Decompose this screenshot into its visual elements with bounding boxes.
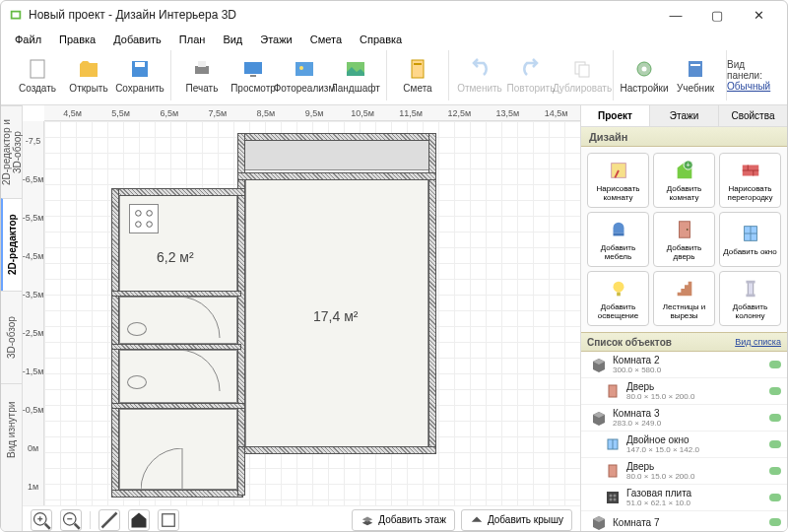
landscape-button[interactable]: Ландшафт (330, 52, 381, 100)
tutorial-button[interactable]: Учебник (670, 52, 721, 100)
list-item[interactable]: Комната 7 (581, 511, 787, 532)
list-item[interactable]: Двойное окно147.0 × 15.0 × 142.0 (581, 432, 787, 458)
svg-point-55 (614, 495, 617, 498)
canvas[interactable]: 4,5м5,5м6,5м7,5м8,5м9,5м10,5м11,5м12,5м1… (23, 105, 580, 532)
tab-2d-editor[interactable]: 2D-редактор (1, 198, 22, 291)
add-column-button[interactable]: Добавить колонну (719, 271, 781, 326)
create-button[interactable]: Создать (12, 52, 63, 100)
menu-help[interactable]: Справка (352, 32, 410, 47)
menu-edit[interactable]: Правка (51, 32, 103, 47)
object-dimensions: 80.0 × 15.0 × 200.0 (626, 392, 763, 401)
svg-text:+: + (686, 161, 690, 169)
object-dimensions: 80.0 × 15.0 × 200.0 (626, 472, 763, 481)
visibility-toggle[interactable] (769, 361, 781, 368)
duplicate-button[interactable]: Дублировать (557, 52, 608, 100)
settings-button[interactable]: Настройки (619, 52, 670, 100)
room-area-1: 6,2 м² (157, 249, 194, 265)
minimize-button[interactable]: ― (655, 1, 696, 29)
add-furniture-button[interactable]: Добавить мебель (587, 212, 649, 267)
list-item[interactable]: Газовая плита51.0 × 62.1 × 10.0 (581, 485, 787, 511)
window-icon (605, 436, 621, 452)
room-icon (591, 514, 607, 530)
menu-plan[interactable]: План (171, 32, 214, 47)
tab-project[interactable]: Проект (581, 105, 650, 126)
close-button[interactable]: ✕ (738, 1, 779, 29)
photorealism-button[interactable]: Фотореализм (279, 52, 330, 100)
monitor-icon (241, 57, 265, 81)
svg-rect-3 (195, 66, 209, 74)
tab-3d-view[interactable]: 3D-обзор (1, 291, 22, 383)
tab-2d-3d[interactable]: 2D-редактор и 3D-обзор (1, 105, 22, 198)
svg-rect-30 (163, 513, 175, 526)
add-window-button[interactable]: Добавить окно (719, 212, 781, 267)
viewpanel-mode-link[interactable]: Обычный (727, 81, 770, 92)
undo-button[interactable]: Отменить (454, 52, 505, 100)
maximize-button[interactable]: ▢ (696, 1, 738, 29)
preview-button[interactable]: Просмотр (228, 52, 279, 100)
list-item[interactable]: Дверь80.0 × 15.0 × 200.0 (581, 458, 787, 485)
undo-icon (468, 57, 492, 81)
svg-point-8 (299, 66, 303, 70)
list-item[interactable]: Дверь80.0 × 15.0 × 200.0 (581, 378, 787, 405)
ruler-top: 4,5м5,5м6,5м7,5м8,5м9,5м10,5м11,5м12,5м1… (44, 105, 580, 121)
floorplan[interactable]: 17,4 м² 6,2 м² (111, 133, 436, 496)
list-item[interactable]: Комната 3283.0 × 249.0 (581, 405, 787, 432)
tab-inside-view[interactable]: Вид изнутри (1, 383, 22, 476)
add-roof-button[interactable]: Добавить крышу (461, 509, 572, 531)
home-button[interactable] (128, 509, 150, 531)
zoom-in-button[interactable] (31, 509, 52, 531)
stairs-button[interactable]: Лестницы и вырезы (653, 271, 715, 326)
add-lighting-button[interactable]: Добавить освещение (587, 271, 649, 326)
menu-floors[interactable]: Этажи (252, 32, 299, 47)
zoom-out-button[interactable] (60, 509, 82, 531)
draw-partition-button[interactable]: Нарисовать перегородку (719, 153, 781, 208)
redo-button[interactable]: Повторить (505, 52, 557, 100)
visibility-toggle[interactable] (769, 440, 781, 448)
measure-button[interactable] (98, 509, 120, 531)
draw-room-icon (608, 160, 629, 181)
list-viewmode-link[interactable]: Вид списка (735, 337, 781, 347)
svg-rect-2 (135, 62, 145, 67)
list-item[interactable]: Комната 2300.0 × 580.0 (581, 352, 787, 378)
svg-rect-49 (609, 385, 617, 397)
add-floor-button[interactable]: Добавить этаж (352, 509, 455, 531)
viewport[interactable]: 17,4 м² 6,2 м² (44, 121, 580, 505)
bricks-icon (740, 160, 761, 181)
reset-view-button[interactable] (158, 509, 179, 531)
svg-rect-11 (414, 63, 422, 65)
visibility-toggle[interactable] (769, 518, 781, 526)
menu-file[interactable]: Файл (7, 32, 49, 47)
tab-floors[interactable]: Этажи (650, 105, 719, 126)
visibility-toggle[interactable] (769, 387, 781, 395)
folder-icon (77, 57, 100, 81)
menu-add[interactable]: Добавить (105, 32, 169, 47)
roof-icon (470, 513, 484, 527)
object-dimensions: 51.0 × 62.1 × 10.0 (626, 499, 763, 507)
svg-rect-53 (607, 492, 619, 503)
column-icon (740, 278, 761, 299)
visibility-toggle[interactable] (769, 494, 781, 501)
room-icon (591, 357, 607, 372)
menu-estimate[interactable]: Смета (302, 32, 350, 47)
add-room-button[interactable]: +Добавить комнату (653, 153, 715, 208)
door-arc-icon (178, 350, 226, 397)
stove-icon (129, 204, 159, 233)
print-button[interactable]: Печать (176, 52, 228, 100)
open-button[interactable]: Открыть (63, 52, 114, 100)
menu-view[interactable]: Вид (215, 32, 250, 47)
draw-room-button[interactable]: Нарисовать комнату (587, 153, 649, 208)
estimate-button[interactable]: Смета (392, 52, 443, 100)
visibility-toggle[interactable] (769, 467, 781, 475)
add-room-icon: + (674, 160, 695, 181)
svg-point-44 (613, 281, 624, 292)
svg-rect-46 (748, 281, 754, 296)
add-door-button[interactable]: Добавить дверь (653, 212, 715, 267)
save-icon (128, 57, 152, 81)
tab-properties[interactable]: Свойства (719, 105, 787, 126)
visibility-toggle[interactable] (769, 414, 781, 422)
save-button[interactable]: Сохранить (114, 52, 165, 100)
right-tabs: Проект Этажи Свойства (581, 105, 787, 127)
svg-point-56 (610, 499, 613, 501)
svg-point-54 (610, 495, 613, 498)
object-list[interactable]: Комната 2300.0 × 580.0Дверь80.0 × 15.0 ×… (581, 352, 787, 532)
